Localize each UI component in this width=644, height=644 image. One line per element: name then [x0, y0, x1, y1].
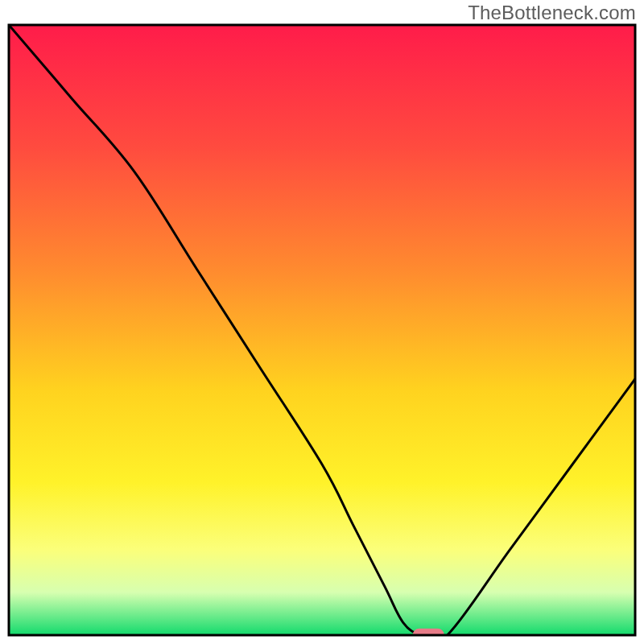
chart-container: { "watermark": "TheBottleneck.com", "cha…	[0, 0, 644, 644]
plot-background	[9, 25, 635, 635]
bottleneck-chart	[0, 0, 644, 644]
